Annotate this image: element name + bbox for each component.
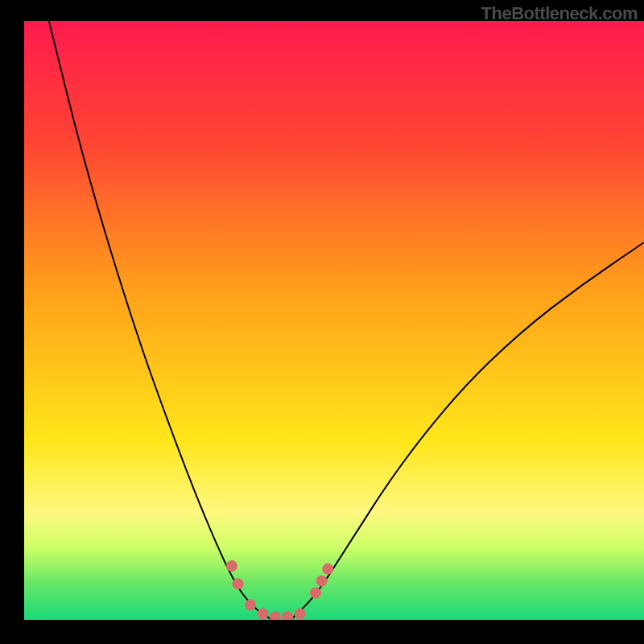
dot-0 — [226, 560, 237, 572]
dot-6 — [295, 609, 306, 620]
dot-2 — [245, 599, 256, 610]
bottleneck-chart — [24, 0, 644, 620]
chart-background — [24, 21, 644, 620]
dot-9 — [322, 564, 333, 575]
dot-1 — [233, 578, 244, 589]
dot-3 — [257, 609, 268, 620]
dot-7 — [310, 588, 321, 599]
chart-svg — [24, 0, 644, 620]
watermark-text: TheBottleneck.com — [481, 3, 638, 24]
dot-8 — [316, 576, 328, 587]
